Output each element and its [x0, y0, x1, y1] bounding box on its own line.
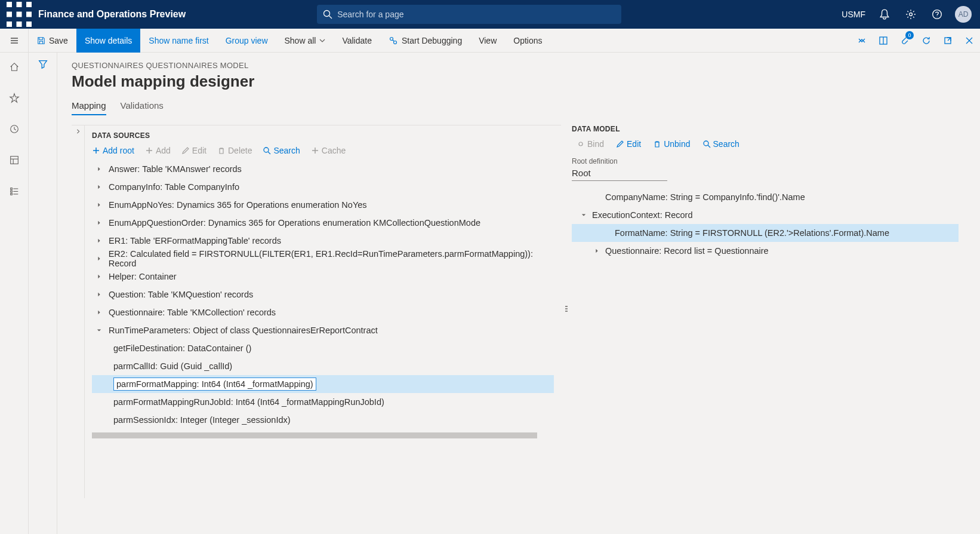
badge-count: 0 — [905, 31, 914, 39]
refresh-icon[interactable] — [916, 29, 937, 53]
tree-row[interactable]: parmSessionIdx: Integer (Integer _sessio… — [92, 411, 554, 429]
start-debugging-button[interactable]: Start Debugging — [380, 29, 470, 53]
svg-point-17 — [393, 41, 396, 44]
caret-closed-icon[interactable] — [94, 256, 104, 261]
tree-row[interactable]: CompanyInfo: Table CompanyInfo — [92, 178, 554, 196]
data-sources-tree: Answer: Table 'KMAnswer' recordsCompanyI… — [92, 160, 554, 429]
company-switcher[interactable]: USMF — [842, 10, 865, 19]
tree-row[interactable]: parmFormatMappingRunJobId: Int64 (Int64 … — [92, 393, 554, 411]
caret-closed-icon[interactable] — [94, 292, 104, 297]
caret-closed-icon[interactable] — [94, 274, 104, 279]
tree-label: Helper: Container — [109, 272, 177, 281]
home-icon[interactable] — [2, 57, 26, 76]
tree-label: parmFormatMappingRunJobId: Int64 (Int64 … — [113, 397, 384, 407]
attachments-icon[interactable]: 0 — [894, 29, 916, 53]
svg-rect-3 — [7, 12, 12, 17]
data-model-header: DATA MODEL — [572, 125, 959, 133]
unbind-button[interactable]: Unbind — [653, 139, 690, 149]
validate-button[interactable]: Validate — [334, 29, 380, 53]
root-definition-label: Root definition — [572, 157, 959, 165]
help-icon[interactable] — [925, 0, 949, 29]
modules-icon[interactable] — [2, 182, 26, 201]
caret-closed-icon[interactable] — [94, 238, 104, 243]
tree-label: Questionnaire: Table 'KMCollection' reco… — [109, 308, 276, 317]
notifications-icon[interactable] — [873, 0, 896, 29]
caret-closed-icon[interactable] — [94, 185, 104, 189]
chevron-down-icon — [319, 36, 325, 45]
workspaces-icon[interactable] — [2, 151, 26, 170]
tree-row[interactable]: parmCallId: Guid (Guid _callId) — [92, 357, 554, 375]
tree-row[interactable]: RunTimeParameters: Object of class Quest… — [92, 321, 554, 339]
app-launcher-icon[interactable] — [5, 0, 33, 29]
options-button[interactable]: Options — [505, 29, 550, 53]
dm-edit-button[interactable]: Edit — [616, 139, 641, 149]
tree-row[interactable]: Helper: Container — [92, 268, 554, 286]
tree-row[interactable]: EnumAppQuestionOrder: Dynamics 365 for O… — [92, 214, 554, 232]
tree-label: FormatName: String = FIRSTORNULL (ER2.'>… — [615, 228, 889, 238]
svg-rect-1 — [17, 2, 22, 7]
left-nav-rail — [0, 53, 29, 534]
tree-row[interactable]: ExecutionContext: Record — [572, 206, 959, 224]
caret-open-icon[interactable] — [579, 213, 588, 217]
caret-closed-icon[interactable] — [94, 220, 104, 225]
save-button[interactable]: Save — [29, 29, 76, 53]
tree-row[interactable]: getFileDestination: DataContainer () — [92, 339, 554, 357]
recent-icon[interactable] — [2, 119, 26, 139]
search-command-icon[interactable] — [551, 29, 563, 53]
favorites-icon[interactable] — [2, 88, 26, 108]
tree-row[interactable]: ER1: Table 'ERFormatMappingTable' record… — [92, 232, 554, 250]
tree-row[interactable]: Questionnaire: Record list = Questionnai… — [572, 242, 959, 260]
tree-label: CompanyName: String = CompanyInfo.'find(… — [605, 192, 805, 202]
tree-row[interactable]: FormatName: String = FIRSTORNULL (ER2.'>… — [572, 224, 959, 242]
caret-closed-icon[interactable] — [94, 167, 104, 171]
data-model-pane: DATA MODEL Bind Edit Unbind Search Root … — [572, 125, 966, 498]
dm-search-button[interactable]: Search — [702, 139, 739, 149]
group-view-button[interactable]: Group view — [217, 29, 276, 53]
tree-label: EnumAppQuestionOrder: Dynamics 365 for O… — [109, 218, 480, 228]
tree-label: ExecutionContext: Record — [592, 210, 692, 220]
caret-closed-icon[interactable] — [94, 310, 104, 315]
newwindow-icon[interactable] — [937, 29, 959, 53]
tree-row[interactable]: CompanyName: String = CompanyInfo.'find(… — [572, 188, 959, 206]
show-details-button[interactable]: Show details — [76, 29, 140, 53]
svg-rect-30 — [10, 188, 12, 190]
svg-point-16 — [390, 38, 393, 41]
command-bar: Save Show details Show name first Group … — [29, 29, 980, 53]
close-icon[interactable] — [959, 29, 980, 53]
search-button[interactable]: Search — [263, 146, 300, 155]
link-icon[interactable] — [851, 29, 873, 53]
tree-row[interactable]: EnumAppNoYes: Dynamics 365 for Operation… — [92, 196, 554, 214]
caret-closed-icon[interactable] — [592, 248, 602, 253]
tree-row[interactable]: Question: Table 'KMQuestion' records — [92, 286, 554, 303]
hamburger-icon[interactable] — [0, 29, 29, 52]
office-icon[interactable] — [873, 29, 894, 53]
tree-label: CompanyInfo: Table CompanyInfo — [109, 182, 239, 192]
pane-splitter[interactable] — [561, 125, 572, 498]
tree-row[interactable]: ER2: Calculated field = FIRSTORNULL(FILT… — [92, 250, 554, 268]
settings-icon[interactable] — [899, 0, 923, 29]
tree-label: ER2: Calculated field = FIRSTORNULL(FILT… — [109, 249, 554, 268]
svg-rect-7 — [17, 22, 22, 27]
filter-icon[interactable] — [29, 53, 57, 534]
svg-rect-32 — [10, 194, 12, 195]
tab-validations[interactable]: Validations — [121, 100, 164, 115]
tree-label: RunTimeParameters: Object of class Quest… — [109, 326, 378, 335]
show-name-first-button[interactable]: Show name first — [140, 29, 217, 53]
tree-label: EnumAppNoYes: Dynamics 365 for Operation… — [109, 200, 367, 210]
horizontal-scrollbar[interactable] — [92, 432, 537, 438]
data-model-tree: CompanyName: String = CompanyInfo.'find(… — [572, 188, 959, 260]
tree-row[interactable]: parmFormatMapping: Int64 (Int64 _formatM… — [92, 375, 554, 393]
view-button[interactable]: View — [470, 29, 505, 53]
user-avatar[interactable]: AD — [951, 0, 975, 29]
page-title: Model mapping designer — [72, 72, 966, 91]
tree-row[interactable]: Questionnaire: Table 'KMCollection' reco… — [92, 303, 554, 321]
collapse-toggle[interactable] — [72, 125, 85, 498]
caret-open-icon[interactable] — [94, 328, 104, 333]
global-search[interactable]: Search for a page — [317, 5, 621, 24]
add-root-button[interactable]: Add root — [92, 146, 134, 155]
root-definition-value[interactable]: Root — [572, 167, 667, 181]
show-all-dropdown[interactable]: Show all — [276, 29, 334, 53]
caret-closed-icon[interactable] — [94, 202, 104, 207]
tab-mapping[interactable]: Mapping — [72, 100, 106, 115]
tree-row[interactable]: Answer: Table 'KMAnswer' records — [92, 160, 554, 178]
